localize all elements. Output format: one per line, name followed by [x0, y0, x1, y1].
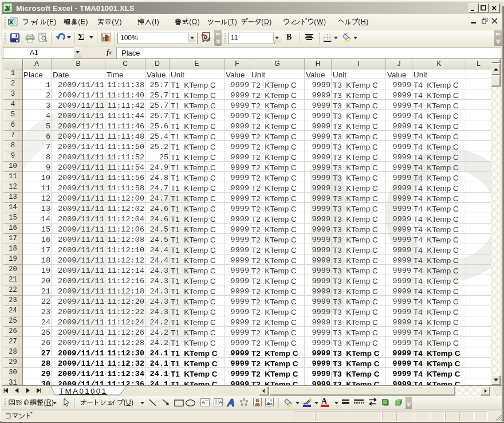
svg-text:): )	[366, 18, 368, 26]
svg-text:): )	[235, 18, 237, 26]
svg-text:T: T	[230, 18, 235, 26]
svg-text:A: A	[202, 399, 205, 405]
svg-text:(: (	[47, 18, 49, 26]
svg-text:(: (	[112, 18, 114, 26]
svg-text:(: (	[314, 18, 316, 26]
svg-text:D: D	[264, 18, 269, 26]
svg-text:(: (	[152, 18, 154, 26]
svg-text:H: H	[361, 18, 366, 26]
svg-text:): )	[198, 18, 200, 26]
svg-text:): )	[85, 18, 88, 26]
svg-text:R: R	[46, 398, 52, 406]
svg-text:): )	[324, 18, 326, 26]
svg-text:): )	[131, 398, 133, 406]
svg-text:U: U	[126, 398, 131, 406]
svg-text:O: O	[192, 18, 197, 26]
svg-text:(: (	[261, 18, 263, 26]
svg-text:E: E	[81, 18, 85, 26]
svg-text:(: (	[189, 18, 191, 26]
svg-text:(: (	[358, 18, 360, 26]
svg-text:W: W	[317, 18, 324, 26]
svg-text:): )	[119, 18, 121, 26]
svg-text:): )	[54, 18, 56, 26]
svg-text:): )	[269, 18, 271, 26]
svg-text:A: A	[219, 399, 222, 405]
svg-text:(: (	[78, 18, 80, 26]
svg-text:(: (	[227, 18, 230, 26]
svg-text:): )	[157, 18, 159, 26]
svg-text:F: F	[49, 18, 53, 26]
svg-text:I: I	[155, 18, 156, 26]
svg-text:V: V	[115, 18, 119, 26]
